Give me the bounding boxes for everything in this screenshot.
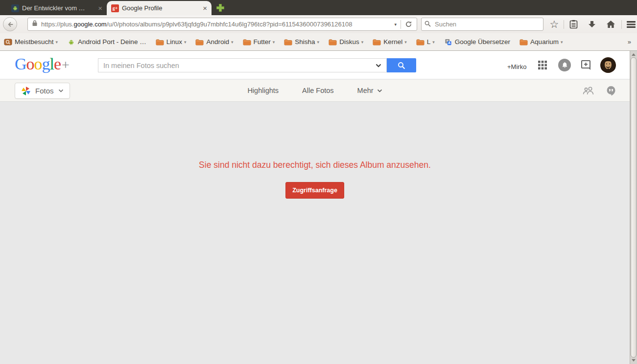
url-history-dropdown-icon[interactable]: ▾ [392,22,399,27]
find-people-icon[interactable] [583,86,595,95]
close-tab-icon[interactable]: × [203,4,207,12]
bookmarks-menu-icon[interactable] [566,20,581,29]
browser-search-input[interactable] [434,20,540,28]
bookmark-label: Meistbesucht [15,38,54,46]
bookmark-label: Futter [254,38,271,46]
logo-plus: + [62,57,69,72]
google-plus-logo[interactable]: Google+ [15,55,69,73]
scroll-down-arrow-icon[interactable] [632,359,636,362]
chevron-down-icon: ▾ [231,40,234,45]
chevron-down-icon: ▾ [184,40,187,45]
bookmark-folder-diskus[interactable]: Diskus ▾ [329,38,363,46]
bookmarks-toolbar: Meistbesucht ▾ Android Port - Deine … Li… [0,33,637,51]
apps-grid-icon[interactable] [538,60,547,70]
folder-icon [416,39,425,46]
bookmark-android-port[interactable]: Android Port - Deine … [67,38,146,46]
svg-text:A: A [448,41,450,45]
search-icon [425,20,431,29]
android-icon [67,39,75,46]
tab-title: Der Entwickler vom … [22,4,95,12]
chevron-down-icon: ▾ [361,40,364,45]
folder-icon [284,39,292,46]
photos-toolbar: Fotos Highlights Alle Fotos Mehr [0,80,630,102]
divider [401,20,401,29]
folder-icon [329,39,337,46]
new-tab-button[interactable] [215,3,225,13]
bookmark-folder-kernel[interactable]: Kernel ▾ [373,38,407,46]
photos-search-button[interactable] [387,58,416,72]
bookmark-google-uebersetzer[interactable]: A Google Übersetzer [444,38,510,46]
history-folder-icon [4,39,12,46]
search-options-chevron-icon[interactable] [371,64,386,68]
notifications-bell-icon[interactable] [558,59,571,71]
bookmark-folder-shisha[interactable]: Shisha ▾ [284,38,319,46]
bookmark-label: Kernel [383,38,402,46]
lock-icon [32,20,38,29]
chevron-down-icon [377,89,382,92]
scroll-up-arrow-icon[interactable] [632,53,636,56]
bookmark-meistbesucht[interactable]: Meistbesucht ▾ [4,38,58,46]
bookmark-folder-l[interactable]: L ▾ [416,38,435,46]
divider [564,20,564,29]
bookmark-folder-android[interactable]: Android ▾ [195,38,233,46]
bookmark-folder-futter[interactable]: Futter ▾ [243,38,275,46]
chevron-down-icon: ▾ [273,40,275,45]
home-icon[interactable] [603,20,618,28]
album-error-page: Sie sind nicht dazu berechtigt, sich die… [0,102,630,364]
gplus-header: Google+ +Mirko [0,51,630,79]
bookmark-label: Aquarium [530,38,559,46]
tab-der-entwickler[interactable]: Der Entwickler vom … × [7,1,107,15]
logo-letter: G [15,55,26,73]
hangouts-icon[interactable] [606,86,616,96]
url-text: https://plus.google.com/u/0/photos/album… [41,21,392,28]
request-access-button[interactable]: Zugriffsanfrage [285,182,344,199]
logo-letter: g [42,55,50,73]
downloads-icon[interactable] [584,20,600,29]
toolbar-buttons: ☆ [546,17,637,31]
photos-nav: Highlights Alle Fotos Mehr [0,80,630,101]
back-button[interactable] [3,17,17,31]
bookmark-label: Android [206,38,229,46]
chevron-down-icon: ▾ [404,40,407,45]
tab-google-profile[interactable]: g+ Google Profile × [107,1,212,15]
bookmark-star-icon[interactable]: ☆ [546,19,562,29]
bookmark-folder-aquarium[interactable]: Aquarium ▾ [519,38,563,46]
page-scrollbar[interactable] [630,51,637,364]
folder-icon [519,39,528,46]
bookmark-label: Android Port - Deine … [78,38,146,46]
mehr-label: Mehr [357,87,374,94]
url-domain: google.com [73,21,106,28]
url-path: /u/0/photos/albums/p9plv63fjqfdg9u7mbhfc… [107,21,353,28]
folder-icon [195,39,204,46]
android-favicon-icon [11,4,19,12]
nav-tab-alle-fotos[interactable]: Alle Fotos [302,87,333,94]
divider [621,20,622,29]
photos-search-box[interactable] [98,58,387,72]
browser-window: Der Entwickler vom … × g+ Google Profile… [0,0,637,364]
profile-name-link[interactable]: +Mirko [507,63,526,70]
nav-tab-highlights[interactable]: Highlights [247,87,279,94]
photos-search-input[interactable] [98,61,371,70]
chevron-down-icon: ▾ [432,40,435,45]
translate-icon: A [444,39,452,46]
logo-letter: o [26,55,34,73]
bookmarks-overflow-icon[interactable]: » [628,38,631,46]
bookmark-label: L [427,38,431,46]
close-tab-icon[interactable]: × [98,4,102,12]
user-avatar[interactable] [600,57,616,73]
url-scheme: https://plus. [41,21,73,28]
folder-icon [373,39,381,46]
scrollbar-thumb[interactable] [631,57,637,358]
logo-letter: o [34,55,42,73]
tab-strip: Der Entwickler vom … × g+ Google Profile… [0,0,637,15]
reload-button[interactable] [402,21,415,28]
share-photo-icon[interactable] [581,60,591,70]
menu-hamburger-icon[interactable] [623,21,637,28]
error-message: Sie sind nicht dazu berechtigt, sich die… [0,102,630,170]
nav-tab-mehr[interactable]: Mehr [357,87,382,94]
bookmark-folder-linux[interactable]: Linux ▾ [156,38,187,46]
browser-search-box[interactable] [421,18,543,31]
chevron-down-icon: ▾ [317,40,320,45]
url-bar[interactable]: https://plus.google.com/u/0/photos/album… [27,18,417,31]
logo-letter: l [50,55,54,73]
